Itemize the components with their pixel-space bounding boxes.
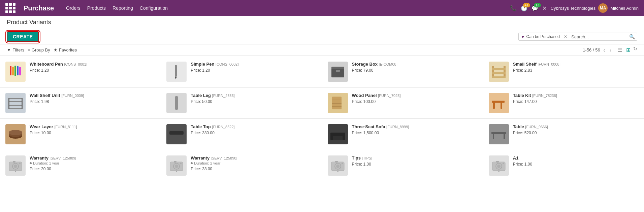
product-thumbnail bbox=[166, 124, 187, 144]
product-price: Price: 147.00 bbox=[513, 99, 639, 104]
groupby-label: Group By bbox=[32, 47, 50, 52]
nav-orders[interactable]: Orders bbox=[66, 5, 80, 11]
apps-menu-button[interactable] bbox=[5, 3, 15, 13]
product-price: Price: 1.00 bbox=[513, 162, 639, 167]
svg-rect-37 bbox=[491, 132, 506, 134]
search-icon[interactable]: 🔍 bbox=[629, 34, 635, 39]
filter-funnel-icon: ▼ bbox=[521, 34, 525, 39]
product-code: [SERV_125889] bbox=[50, 156, 76, 160]
product-name: Small Shelf [FURN_0008] bbox=[513, 62, 639, 67]
product-card[interactable]: + Warranty [SERV_125889] Duration: 1 yea… bbox=[0, 150, 161, 181]
product-name: Wall Shelf Unit [FURN_0009] bbox=[30, 93, 155, 98]
nav-products[interactable]: Products bbox=[87, 5, 106, 11]
product-card[interactable]: + Tips [TIPS]Price: 1.00 bbox=[322, 150, 483, 181]
product-code: [FURN_0009] bbox=[61, 94, 84, 98]
product-name: A1 bbox=[513, 155, 639, 161]
product-info: Storage Box [E-COM08]Price: 79.00 bbox=[352, 62, 478, 73]
product-card[interactable]: + Warranty [SERV_125890] Duration: 2 yea… bbox=[161, 150, 322, 181]
product-code: [TIPS] bbox=[362, 156, 373, 160]
phone-icon[interactable]: 📞 bbox=[510, 5, 517, 11]
svg-rect-9 bbox=[336, 70, 340, 72]
can-be-purchased-filter[interactable]: Can be Purchased ✕ bbox=[526, 34, 570, 40]
product-card[interactable]: Table Top [FURN_8522]Price: 380.00 bbox=[161, 119, 322, 150]
svg-rect-21 bbox=[175, 96, 178, 110]
svg-rect-18 bbox=[9, 108, 22, 109]
svg-rect-1 bbox=[12, 67, 14, 75]
svg-point-50 bbox=[180, 163, 182, 164]
product-thumbnail bbox=[489, 124, 509, 144]
svg-rect-8 bbox=[331, 67, 344, 69]
user-avatar[interactable]: MA bbox=[598, 3, 608, 13]
product-card[interactable]: Wood Panel [FURN_7023]Price: 100.00 bbox=[322, 87, 483, 118]
product-card[interactable]: Table Kit [FURN_78236]Price: 147.00 bbox=[483, 87, 644, 118]
svg-rect-5 bbox=[175, 65, 177, 77]
close-icon[interactable]: ✕ bbox=[542, 5, 547, 11]
product-card[interactable]: Table Leg [FURN_2333]Price: 50.00 bbox=[161, 87, 322, 118]
svg-point-48 bbox=[175, 165, 178, 168]
svg-point-54 bbox=[336, 165, 340, 168]
product-code: [FURN_78236] bbox=[532, 94, 557, 98]
svg-rect-13 bbox=[492, 72, 506, 74]
list-view-button[interactable]: ☰ bbox=[616, 46, 623, 54]
product-info: A1 Price: 1.00 bbox=[513, 155, 639, 167]
product-price: Price: 50.00 bbox=[191, 99, 316, 104]
create-button[interactable]: CREATE bbox=[7, 31, 39, 42]
chat-icon[interactable]: 💬 13 bbox=[532, 5, 538, 11]
product-thumbnail bbox=[5, 124, 26, 144]
groupby-icon: ≡ bbox=[28, 47, 30, 52]
product-code: [FURN_7023] bbox=[378, 94, 400, 98]
user-info: Cybrosys Technologies MA Mitchell Admin bbox=[551, 3, 639, 13]
svg-rect-16 bbox=[9, 101, 22, 102]
product-thumbnail bbox=[328, 62, 348, 82]
product-price: Price: 1,500.00 bbox=[352, 131, 478, 135]
groupby-button[interactable]: ≡ Group By bbox=[28, 47, 50, 52]
product-card[interactable]: Whiteboard Pen [CONS_0001]Price: 1.20 bbox=[0, 56, 161, 87]
product-card[interactable]: + A1 Price: 1.00 bbox=[483, 150, 644, 181]
search-input[interactable] bbox=[571, 34, 628, 39]
product-name: Three-Seat Sofa [FURN_8999] bbox=[352, 124, 478, 129]
product-thumbnail bbox=[328, 124, 348, 144]
grid-view-button[interactable]: ⊞ bbox=[625, 46, 632, 54]
product-card[interactable]: Storage Box [E-COM08]Price: 79.00 bbox=[322, 56, 483, 87]
filters-button[interactable]: ▼ Filters bbox=[7, 47, 24, 52]
product-price: Price: 38.00 bbox=[191, 167, 316, 171]
pagination-count: 1-56 / 56 bbox=[583, 47, 600, 52]
svg-point-42 bbox=[14, 165, 17, 168]
next-page-button[interactable]: › bbox=[608, 47, 613, 54]
product-price: Price: 20.00 bbox=[30, 167, 155, 171]
product-card[interactable]: Wall Shelf Unit [FURN_0009]Price: 1.98 bbox=[0, 87, 161, 118]
product-card[interactable]: Simple Pen [CONS_0002]Price: 1.20 bbox=[161, 56, 322, 87]
product-thumbnail: + bbox=[328, 155, 348, 176]
product-thumbnail bbox=[328, 93, 348, 113]
product-thumbnail bbox=[5, 93, 26, 113]
svg-rect-10 bbox=[492, 66, 494, 78]
svg-rect-43 bbox=[13, 161, 15, 163]
nav-reporting[interactable]: Reporting bbox=[112, 5, 133, 11]
product-name: Table Top [FURN_8522] bbox=[191, 124, 316, 129]
product-name: Table Leg [FURN_2333] bbox=[191, 93, 316, 98]
filters-label: Filters bbox=[12, 47, 24, 52]
product-card[interactable]: Small Shelf [FURN_0008]Price: 2.83 bbox=[483, 56, 644, 87]
nav-configuration[interactable]: Configuration bbox=[140, 5, 168, 11]
favorites-button[interactable]: ★ Favorites bbox=[54, 47, 77, 52]
product-card[interactable]: Table [FURN_9666]Price: 520.00 bbox=[483, 119, 644, 150]
product-price: Price: 1.98 bbox=[30, 99, 155, 104]
page-title: Product Variants bbox=[7, 19, 51, 26]
product-name: Whiteboard Pen [CONS_0001] bbox=[30, 62, 155, 67]
remove-filter-button[interactable]: ✕ bbox=[561, 34, 570, 40]
product-code: [E-COM08] bbox=[379, 62, 397, 66]
product-card[interactable]: Wear Layer [FURN_8111]Price: 10.00 bbox=[0, 119, 161, 150]
product-name: Tips [TIPS] bbox=[352, 155, 478, 161]
product-price: Price: 1.00 bbox=[352, 162, 478, 167]
view-toggle: ☰ ⊞ ↻ bbox=[616, 46, 637, 54]
product-price: Price: 380.00 bbox=[191, 131, 316, 135]
svg-rect-12 bbox=[492, 68, 506, 70]
product-card[interactable]: Three-Seat Sofa [FURN_8999]Price: 1,500.… bbox=[322, 119, 483, 150]
clock-icon[interactable]: 🕐 41 bbox=[521, 5, 527, 11]
svg-point-56 bbox=[342, 163, 343, 164]
prev-page-button[interactable]: ‹ bbox=[602, 47, 607, 54]
svg-rect-0 bbox=[10, 66, 11, 75]
svg-rect-26 bbox=[492, 101, 505, 103]
action-toolbar: CREATE ▼ Can be Purchased ✕ 🔍 bbox=[0, 29, 644, 44]
refresh-button[interactable]: ↻ bbox=[633, 46, 637, 54]
